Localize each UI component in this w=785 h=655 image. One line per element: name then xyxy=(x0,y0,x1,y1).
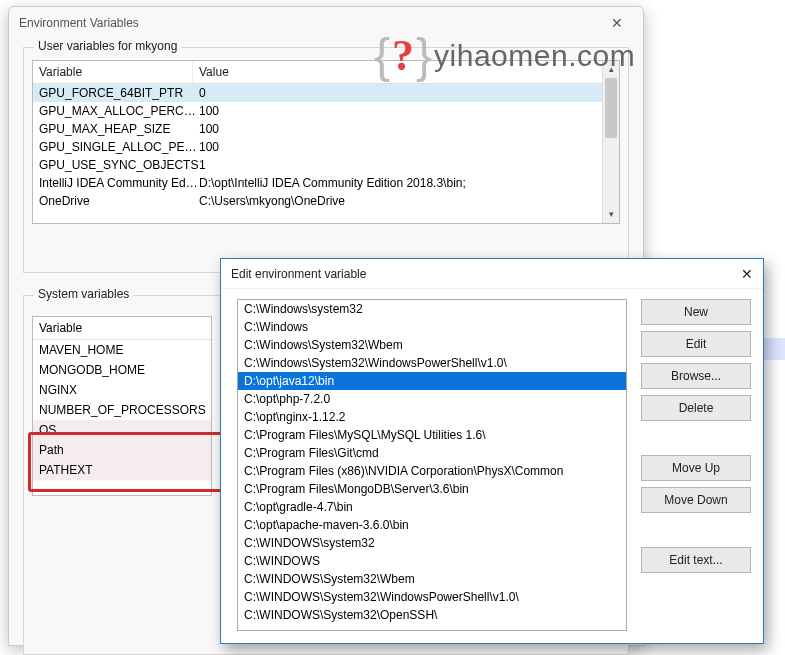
table-row[interactable]: GPU_FORCE_64BIT_PTR0 xyxy=(33,84,619,102)
list-item[interactable]: C:\Windows xyxy=(238,318,626,336)
user-variables-group: User variables for mkyong Variable Value… xyxy=(23,47,629,273)
list-item[interactable]: C:\WINDOWS\System32\OpenSSH\ xyxy=(238,606,626,624)
list-item[interactable]: C:\Windows\System32\WindowsPowerShell\v1… xyxy=(238,354,626,372)
close-icon[interactable]: ✕ xyxy=(601,15,633,31)
table-row[interactable]: Path xyxy=(33,440,211,460)
table-row[interactable]: PATHEXT xyxy=(33,460,211,480)
cell-variable: GPU_FORCE_64BIT_PTR xyxy=(39,86,199,100)
cell-variable: OneDrive xyxy=(39,194,199,208)
edit-dialog-titlebar[interactable]: Edit environment variable ✕ xyxy=(221,259,763,289)
list-item[interactable]: C:\Program Files\MongoDB\Server\3.6\bin xyxy=(238,480,626,498)
path-entries-list[interactable]: C:\Windows\system32C:\WindowsC:\Windows\… xyxy=(237,299,627,631)
list-item[interactable]: C:\WINDOWS\System32\WindowsPowerShell\v1… xyxy=(238,588,626,606)
edit-environment-variable-dialog: Edit environment variable ✕ C:\Windows\s… xyxy=(220,258,764,644)
cell-variable: GPU_MAX_HEAP_SIZE xyxy=(39,122,199,136)
list-item[interactable]: D:\opt\java12\bin xyxy=(238,372,626,390)
system-variables-table[interactable]: Variable MAVEN_HOMEMONGODB_HOMENGINXNUMB… xyxy=(32,316,212,496)
move-down-button[interactable]: Move Down xyxy=(641,487,751,513)
move-up-button[interactable]: Move Up xyxy=(641,455,751,481)
table-row[interactable]: GPU_USE_SYNC_OBJECTS1 xyxy=(33,156,619,174)
list-item[interactable]: C:\Windows\system32 xyxy=(238,300,626,318)
cell-value: 100 xyxy=(199,140,613,154)
col-variable[interactable]: Variable xyxy=(33,61,193,83)
env-window-titlebar[interactable]: Environment Variables ✕ xyxy=(9,7,643,39)
user-variables-label: User variables for mkyong xyxy=(34,39,181,53)
list-item[interactable]: C:\Program Files (x86)\NVIDIA Corporatio… xyxy=(238,462,626,480)
cell-variable: GPU_SINGLE_ALLOC_PERCE... xyxy=(39,140,199,154)
cell-value: 100 xyxy=(199,122,613,136)
cell-value: 0 xyxy=(199,86,613,100)
cell-value: 1 xyxy=(199,158,613,172)
table-row[interactable]: GPU_MAX_ALLOC_PERCENT100 xyxy=(33,102,619,120)
cell-value: C:\Users\mkyong\OneDrive xyxy=(199,194,613,208)
user-variables-table[interactable]: Variable Value GPU_FORCE_64BIT_PTR0GPU_M… xyxy=(32,60,620,224)
delete-button[interactable]: Delete xyxy=(641,395,751,421)
list-item[interactable]: C:\opt\gradle-4.7\bin xyxy=(238,498,626,516)
table-row[interactable]: OneDriveC:\Users\mkyong\OneDrive xyxy=(33,192,619,210)
dialog-button-column: New Edit Browse... Delete Move Up Move D… xyxy=(641,299,751,631)
list-item[interactable]: C:\opt\nginx-1.12.2 xyxy=(238,408,626,426)
edit-text-button[interactable]: Edit text... xyxy=(641,547,751,573)
edit-button[interactable]: Edit xyxy=(641,331,751,357)
cell-variable: GPU_MAX_ALLOC_PERCENT xyxy=(39,104,199,118)
list-item[interactable]: C:\WINDOWS xyxy=(238,552,626,570)
list-item[interactable]: C:\opt\php-7.2.0 xyxy=(238,390,626,408)
scroll-thumb[interactable] xyxy=(605,78,617,138)
table-row[interactable]: MAVEN_HOME xyxy=(33,340,211,360)
edit-dialog-title: Edit environment variable xyxy=(231,267,366,281)
scroll-down-icon[interactable]: ▾ xyxy=(603,206,619,223)
table-row[interactable]: GPU_MAX_HEAP_SIZE100 xyxy=(33,120,619,138)
close-icon[interactable]: ✕ xyxy=(725,266,753,282)
cell-variable: GPU_USE_SYNC_OBJECTS xyxy=(39,158,199,172)
system-variables-label: System variables xyxy=(34,287,133,301)
cell-variable: IntelliJ IDEA Community Edit... xyxy=(39,176,199,190)
new-button[interactable]: New xyxy=(641,299,751,325)
list-item[interactable]: C:\Program Files\Git\cmd xyxy=(238,444,626,462)
col-value[interactable]: Value xyxy=(193,61,619,83)
list-item[interactable]: C:\opt\apache-maven-3.6.0\bin xyxy=(238,516,626,534)
browse-button[interactable]: Browse... xyxy=(641,363,751,389)
list-item[interactable]: C:\WINDOWS\system32 xyxy=(238,534,626,552)
cell-value: 100 xyxy=(199,104,613,118)
list-item[interactable]: C:\Program Files\MySQL\MySQL Utilities 1… xyxy=(238,426,626,444)
table-row[interactable]: IntelliJ IDEA Community Edit...D:\opt\In… xyxy=(33,174,619,192)
list-item[interactable]: C:\WINDOWS\System32\Wbem xyxy=(238,570,626,588)
cell-value: D:\opt\IntelliJ IDEA Community Edition 2… xyxy=(199,176,613,190)
env-window-title: Environment Variables xyxy=(19,16,139,30)
table-row[interactable]: NUMBER_OF_PROCESSORS xyxy=(33,400,211,420)
scrollbar[interactable]: ▴ ▾ xyxy=(602,61,619,223)
list-item[interactable]: C:\Windows\System32\Wbem xyxy=(238,336,626,354)
table-row[interactable]: GPU_SINGLE_ALLOC_PERCE...100 xyxy=(33,138,619,156)
table-row[interactable]: OS xyxy=(33,420,211,440)
scroll-up-icon[interactable]: ▴ xyxy=(603,61,619,78)
sys-col-variable[interactable]: Variable xyxy=(33,317,211,340)
table-row[interactable]: NGINX xyxy=(33,380,211,400)
table-row[interactable]: MONGODB_HOME xyxy=(33,360,211,380)
user-table-header: Variable Value xyxy=(33,61,619,84)
